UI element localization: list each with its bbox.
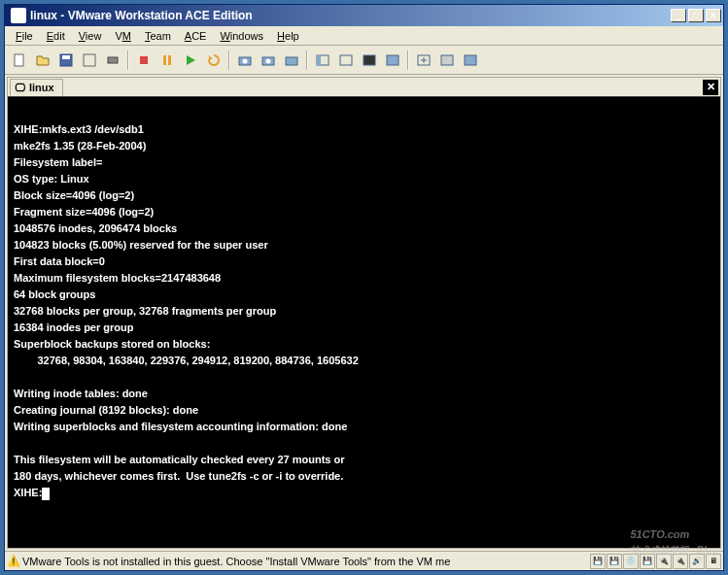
terminal-console[interactable]: XIHE:mkfs.ext3 /dev/sdb1 mke2fs 1.35 (28…	[8, 97, 720, 548]
network-icon[interactable]: 🔌	[656, 554, 672, 569]
maximize-button[interactable]: □	[688, 9, 704, 22]
unity-button[interactable]	[436, 50, 458, 71]
tab-close-button[interactable]: ✕	[703, 80, 718, 95]
title-bar[interactable]: 🖵 linux - VMware Workstation ACE Edition…	[5, 5, 723, 26]
menu-file[interactable]: File	[9, 28, 40, 44]
sidebar-button[interactable]	[312, 50, 333, 71]
svg-point-9	[243, 58, 248, 63]
open-button[interactable]	[32, 50, 53, 71]
hdd2-icon[interactable]: 💾	[607, 554, 622, 569]
menu-ace[interactable]: ACE	[178, 28, 214, 44]
cd-icon[interactable]: 💿	[623, 554, 639, 569]
close-button[interactable]: ✕	[706, 9, 721, 22]
svg-rect-12	[286, 57, 297, 65]
svg-rect-14	[317, 55, 321, 65]
menu-help[interactable]: Help	[270, 28, 306, 44]
menu-team[interactable]: Team	[138, 28, 178, 44]
toolbar	[5, 46, 723, 75]
svg-rect-5	[140, 56, 148, 64]
snapshot-manager-button[interactable]	[281, 50, 302, 71]
cursor-icon	[42, 488, 50, 500]
hdd-icon[interactable]: 💾	[590, 554, 606, 569]
menu-windows[interactable]: Windows	[213, 28, 270, 44]
svg-rect-15	[340, 55, 352, 65]
svg-rect-3	[84, 54, 95, 66]
minimize-button[interactable]: _	[671, 9, 686, 22]
svg-rect-7	[168, 55, 171, 65]
svg-rect-0	[15, 54, 23, 66]
pause-button[interactable]	[156, 50, 178, 71]
svg-rect-2	[62, 55, 70, 59]
edit-button[interactable]	[79, 50, 100, 71]
display-icon[interactable]: 🖥	[706, 554, 721, 569]
vm-tab-label: linux	[29, 82, 54, 93]
menu-bar: File Edit View VM Team ACE Windows Help	[5, 26, 723, 46]
connect-button[interactable]	[102, 50, 123, 71]
save-button[interactable]	[55, 50, 77, 71]
svg-point-11	[266, 58, 271, 63]
play-button[interactable]	[180, 50, 201, 71]
sound-icon[interactable]: 🔊	[689, 554, 705, 569]
svg-rect-19	[441, 55, 453, 65]
menu-view[interactable]: View	[72, 28, 109, 44]
poweroff-button[interactable]	[133, 50, 155, 71]
reset-button[interactable]	[203, 50, 225, 71]
svg-rect-17	[387, 55, 399, 65]
snapshot-button[interactable]	[234, 50, 256, 71]
content-area: 🖵 linux ✕ XIHE:mkfs.ext3 /dev/sdb1 mke2f…	[7, 77, 721, 549]
snapshot-revert-button[interactable]	[258, 50, 279, 71]
console-button[interactable]	[359, 50, 380, 71]
vm-icon: 🖵	[15, 82, 25, 93]
replay-button[interactable]	[460, 50, 481, 71]
warning-icon: ⚠️	[7, 555, 20, 568]
floppy-icon[interactable]: 💾	[640, 554, 655, 569]
status-text: VMware Tools is not installed in this gu…	[22, 556, 588, 567]
window-title: linux - VMware Workstation ACE Edition	[30, 9, 671, 22]
tab-bar: 🖵 linux ✕	[8, 78, 720, 97]
summary-button[interactable]	[335, 50, 357, 71]
vm-tab[interactable]: 🖵 linux	[10, 79, 63, 96]
quickswitch-button[interactable]	[413, 50, 434, 71]
menu-vm[interactable]: VM	[108, 28, 138, 44]
svg-rect-20	[465, 55, 476, 65]
new-button[interactable]	[9, 50, 30, 71]
main-window: 🖵 linux - VMware Workstation ACE Edition…	[4, 4, 724, 571]
svg-rect-4	[108, 57, 118, 63]
svg-rect-6	[163, 55, 166, 65]
svg-rect-16	[364, 55, 375, 65]
app-icon: 🖵	[11, 8, 26, 23]
usb-icon[interactable]: 🔌	[673, 554, 688, 569]
status-tray: 💾 💾 💿 💾 🔌 🔌 🔊 🖥	[590, 554, 721, 569]
fullscreen-button[interactable]	[382, 50, 403, 71]
status-bar: ⚠️ VMware Tools is not installed in this…	[5, 551, 723, 570]
menu-edit[interactable]: Edit	[40, 28, 72, 44]
